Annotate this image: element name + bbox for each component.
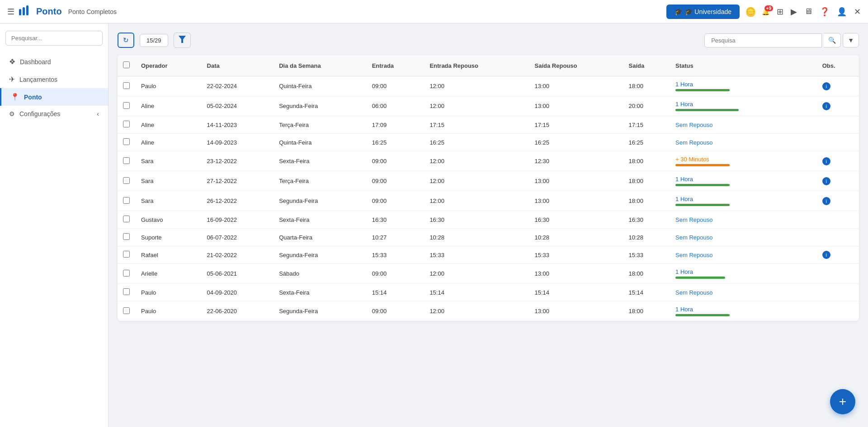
row-data: 26-12-2022 [202, 191, 274, 211]
row-check [118, 229, 136, 246]
status-text: Sem Repouso [675, 289, 811, 296]
row-entrada: 09:00 [367, 301, 425, 321]
col-header-obs: Obs. [817, 55, 859, 76]
row-checkbox[interactable] [123, 251, 130, 258]
row-dia: Quarta-Feira [274, 229, 366, 246]
row-entrada: 09:00 [367, 171, 425, 191]
row-entrada: 15:33 [367, 246, 425, 264]
fab-add-button[interactable]: + [830, 389, 855, 414]
play-icon[interactable]: ▶ [791, 7, 797, 17]
status-bar [675, 204, 730, 206]
row-checkbox[interactable] [123, 138, 130, 145]
info-icon[interactable]: i [822, 197, 830, 205]
topnav-left: ☰ Ponto Ponto Completos [7, 5, 666, 18]
status-text: 1 Hora [675, 306, 811, 313]
row-check [118, 246, 136, 264]
info-icon[interactable]: i [822, 177, 830, 185]
row-checkbox[interactable] [123, 216, 130, 222]
row-saida-repouso: 15:33 [529, 246, 623, 264]
info-icon[interactable]: i [822, 157, 830, 165]
col-header-entrada-repouso: Entrada Repouso [424, 55, 529, 76]
dashboard-icon: ❖ [9, 57, 15, 66]
row-checkbox[interactable] [123, 288, 130, 295]
close-icon[interactable]: ✕ [854, 7, 861, 17]
grid-icon[interactable]: ⊞ [777, 7, 783, 17]
monitor-icon[interactable]: 🖥 [804, 7, 812, 16]
status-bar [675, 184, 730, 186]
row-saida-repouso: 15:14 [529, 284, 623, 301]
row-obs: i [817, 151, 859, 171]
row-check [118, 211, 136, 229]
search-input[interactable] [704, 33, 822, 47]
row-check [118, 134, 136, 151]
row-saida-repouso: 16:30 [529, 211, 623, 229]
row-status: + 30 Minutos [670, 151, 817, 171]
info-icon[interactable]: i [822, 251, 830, 259]
table-row: Aline 05-02-2024 Segunda-Feira 06:00 12:… [118, 96, 859, 116]
row-obs [817, 264, 859, 284]
table-row: Suporte 06-07-2022 Quarta-Feira 10:27 10… [118, 229, 859, 246]
row-obs [817, 284, 859, 301]
ponto-table: Operador Data Dia da Semana Entrada Entr… [118, 55, 859, 321]
row-status: 1 Hora [670, 76, 817, 96]
row-entrada: 09:00 [367, 76, 425, 96]
row-checkbox[interactable] [123, 233, 130, 240]
row-entrada-repouso: 12:00 [424, 171, 529, 191]
row-entrada: 09:00 [367, 191, 425, 211]
row-checkbox[interactable] [123, 177, 130, 184]
row-operador: Arielle [136, 264, 202, 284]
search-button[interactable]: 🔍 [824, 33, 841, 47]
row-status: Sem Repouso [670, 211, 817, 229]
col-header-saida: Saída [623, 55, 670, 76]
toolbar: ↻ 15/29 🔍 ▼ [118, 33, 859, 48]
info-icon[interactable]: i [822, 102, 830, 110]
status-text: Sem Repouso [675, 139, 811, 146]
row-obs [817, 301, 859, 321]
status-text: Sem Repouso [675, 122, 811, 128]
filter-icon [179, 37, 186, 44]
refresh-button[interactable]: ↻ [118, 33, 134, 48]
row-status: 1 Hora [670, 301, 817, 321]
row-entrada-repouso: 17:15 [424, 116, 529, 134]
sidebar-item-configuracoes[interactable]: ⚙ Configurações ‹ [0, 106, 108, 122]
select-all-checkbox[interactable] [123, 61, 130, 68]
notification-bell[interactable]: 🔔 +9 [762, 8, 769, 15]
row-checkbox[interactable] [123, 307, 130, 314]
sidebar-search-input[interactable] [5, 31, 103, 46]
row-obs [817, 229, 859, 246]
row-saida: 18:00 [623, 76, 670, 96]
sidebar-item-dashboard[interactable]: ❖ Dashboard [0, 53, 108, 70]
row-operador: Paulo [136, 301, 202, 321]
sidebar-item-ponto[interactable]: 📍 Ponto [0, 88, 108, 106]
col-header-check [118, 55, 136, 76]
row-status: Sem Repouso [670, 134, 817, 151]
info-icon[interactable]: i [822, 82, 830, 90]
sidebar-item-lancamentos[interactable]: ✈ Lançamentos [0, 70, 108, 88]
table-row: Arielle 05-06-2021 Sábado 09:00 12:00 13… [118, 264, 859, 284]
help-icon[interactable]: ❓ [820, 7, 830, 17]
expand-button[interactable]: ▼ [843, 33, 859, 47]
row-checkbox[interactable] [123, 82, 130, 89]
status-text: 1 Hora [675, 101, 811, 108]
notif-badge: +9 [764, 5, 773, 11]
row-checkbox[interactable] [123, 197, 130, 204]
ponto-table-wrapper: Operador Data Dia da Semana Entrada Entr… [118, 55, 859, 321]
filter-button[interactable] [174, 33, 191, 48]
row-saida-repouso: 13:00 [529, 171, 623, 191]
row-checkbox[interactable] [123, 102, 130, 109]
layout: ❖ Dashboard ✈ Lançamentos 📍 Ponto ⚙ Conf… [0, 23, 868, 427]
col-header-data: Data [202, 55, 274, 76]
row-status: 1 Hora [670, 191, 817, 211]
row-checkbox[interactable] [123, 121, 130, 127]
hamburger-icon[interactable]: ☰ [7, 7, 14, 17]
row-status: Sem Repouso [670, 116, 817, 134]
row-checkbox[interactable] [123, 270, 130, 277]
row-dia: Sexta-Feira [274, 211, 366, 229]
row-check [118, 116, 136, 134]
row-checkbox[interactable] [123, 157, 130, 164]
row-operador: Aline [136, 96, 202, 116]
row-saida: 17:15 [623, 116, 670, 134]
user-icon[interactable]: 👤 [837, 7, 847, 17]
sidebar-item-label: Lançamentos [19, 76, 57, 83]
universidade-button[interactable]: 🎓 🎓 Universidade [666, 5, 740, 19]
